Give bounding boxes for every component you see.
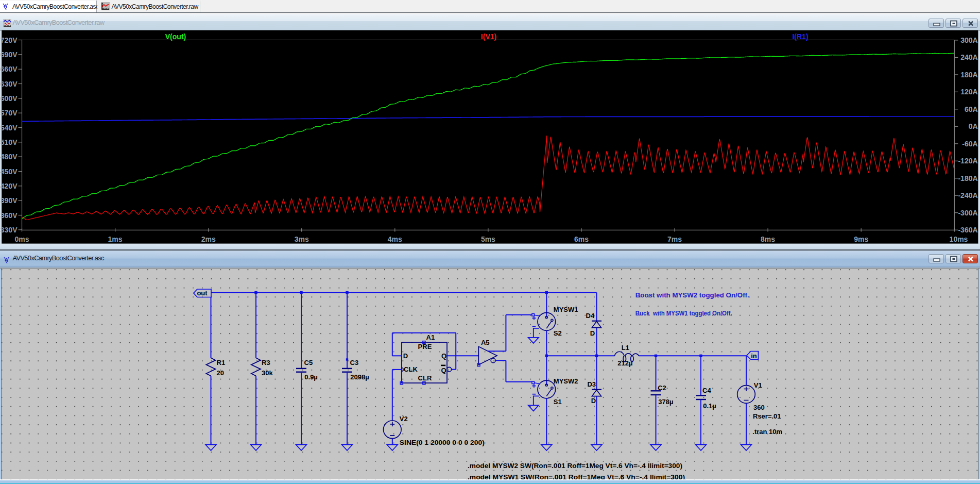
- svg-text:-60A: -60A: [962, 140, 977, 148]
- svg-text:MYSW2: MYSW2: [554, 377, 578, 385]
- svg-text:L1: L1: [622, 343, 629, 351]
- svg-text:CLK: CLK: [404, 365, 418, 373]
- svg-text:420V: 420V: [1, 182, 18, 190]
- svg-text:D: D: [591, 397, 596, 405]
- svg-text:300A: 300A: [960, 36, 977, 44]
- svg-text:C5: C5: [304, 359, 313, 366]
- svg-text:.model MYSW2 SW(Ron=.001 Roff=: .model MYSW2 SW(Ron=.001 Roff=1Meg Vt=.6…: [468, 461, 682, 469]
- svg-text:V(out): V(out): [165, 32, 186, 40]
- svg-text:Buck with MYSW1 toggled On/Of: Buck with MYSW1 toggled On/Off.: [635, 309, 732, 316]
- svg-text:C3: C3: [350, 359, 359, 366]
- svg-text:C4: C4: [702, 386, 711, 394]
- svg-text:-240A: -240A: [958, 191, 977, 199]
- svg-text:PRE: PRE: [418, 343, 432, 351]
- svg-text:S2: S2: [554, 329, 562, 337]
- svg-text:720V: 720V: [1, 36, 18, 44]
- svg-text:.tran 10m: .tran 10m: [752, 427, 782, 435]
- svg-text:.model MYSW1 SW(Ron=.001 Roff=: .model MYSW1 SW(Ron=.001 Roff=1Meg Vt=.6…: [468, 473, 685, 479]
- svg-text:out: out: [197, 289, 208, 297]
- svg-text:390V: 390V: [1, 196, 18, 205]
- svg-text:120A: 120A: [960, 88, 977, 96]
- svg-text:240A: 240A: [960, 53, 977, 61]
- svg-text:330V: 330V: [1, 226, 18, 234]
- svg-text:D: D: [590, 329, 595, 337]
- svg-text:9ms: 9ms: [854, 235, 868, 243]
- svg-text:5ms: 5ms: [481, 235, 495, 243]
- svg-text:180A: 180A: [960, 71, 977, 79]
- svg-text:1ms: 1ms: [108, 235, 123, 243]
- svg-text:510V: 510V: [1, 138, 18, 146]
- svg-text:S1: S1: [554, 397, 562, 405]
- svg-text:Q: Q: [441, 352, 446, 360]
- svg-text:V2: V2: [400, 414, 408, 422]
- svg-text:I(R1): I(R1): [792, 32, 808, 40]
- svg-text:4ms: 4ms: [388, 235, 402, 243]
- svg-text:Boost with MYSW2 toggled On/Of: Boost with MYSW2 toggled On/Off.: [635, 291, 749, 298]
- svg-text:R1: R1: [217, 359, 226, 366]
- svg-text:D4: D4: [586, 311, 595, 319]
- svg-text:-180A: -180A: [958, 174, 977, 182]
- svg-text:690V: 690V: [1, 51, 18, 59]
- svg-text:0ms: 0ms: [14, 235, 29, 243]
- svg-text:540V: 540V: [1, 123, 18, 131]
- svg-text:D: D: [403, 352, 408, 360]
- svg-text:Q: Q: [441, 366, 446, 374]
- svg-text:600V: 600V: [1, 94, 18, 103]
- svg-text:0.1µ: 0.1µ: [703, 402, 716, 409]
- svg-text:8ms: 8ms: [761, 235, 775, 243]
- svg-text:-120A: -120A: [958, 157, 977, 165]
- svg-text:0A: 0A: [969, 122, 978, 130]
- svg-text:R3: R3: [262, 359, 270, 366]
- svg-text:360: 360: [753, 403, 765, 411]
- svg-text:SINE(0 1 20000 0 0 0 200): SINE(0 1 20000 0 0 0 200): [400, 438, 485, 446]
- svg-text:A1: A1: [426, 333, 435, 341]
- svg-text:480V: 480V: [1, 153, 18, 161]
- svg-text:Rser=.01: Rser=.01: [753, 412, 781, 420]
- svg-text:MYSW1: MYSW1: [554, 306, 578, 313]
- svg-text:A5: A5: [481, 338, 490, 346]
- svg-text:in: in: [751, 352, 757, 359]
- svg-text:660V: 660V: [1, 65, 18, 73]
- svg-text:212µ: 212µ: [617, 359, 632, 366]
- svg-text:2098µ: 2098µ: [350, 373, 369, 380]
- svg-text:3ms: 3ms: [295, 235, 309, 243]
- svg-text:30k: 30k: [262, 369, 273, 376]
- svg-text:0.9µ: 0.9µ: [304, 373, 318, 380]
- svg-text:C2: C2: [658, 384, 666, 392]
- svg-text:20: 20: [217, 369, 224, 376]
- svg-text:450V: 450V: [1, 167, 18, 175]
- svg-text:10ms: 10ms: [950, 235, 968, 243]
- svg-text:6ms: 6ms: [574, 235, 589, 243]
- svg-text:-300A: -300A: [958, 209, 977, 217]
- svg-text:D3: D3: [587, 380, 596, 388]
- svg-text:V1: V1: [754, 381, 762, 389]
- svg-text:-360A: -360A: [958, 226, 977, 234]
- svg-text:I(V1): I(V1): [481, 32, 496, 40]
- svg-text:7ms: 7ms: [667, 235, 682, 243]
- svg-text:2ms: 2ms: [201, 235, 216, 243]
- svg-text:60A: 60A: [965, 105, 978, 113]
- svg-text:CLR: CLR: [418, 374, 432, 382]
- svg-text:630V: 630V: [1, 79, 18, 88]
- svg-text:570V: 570V: [1, 109, 18, 117]
- svg-text:360V: 360V: [1, 211, 18, 219]
- svg-text:378µ: 378µ: [658, 398, 673, 406]
